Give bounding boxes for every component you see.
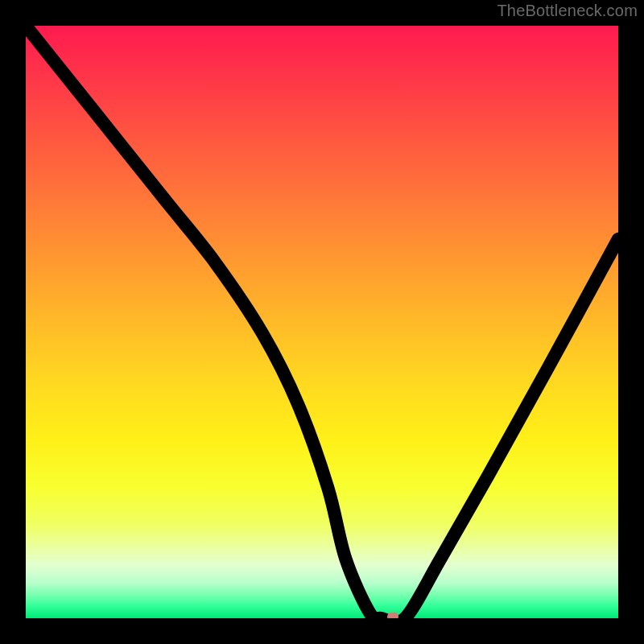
optimal-point-marker [387, 613, 398, 618]
bottleneck-curve [26, 26, 618, 618]
plot-area [26, 26, 618, 618]
chart-frame: TheBottleneck.com [0, 0, 644, 644]
watermark-text: TheBottleneck.com [497, 2, 638, 20]
